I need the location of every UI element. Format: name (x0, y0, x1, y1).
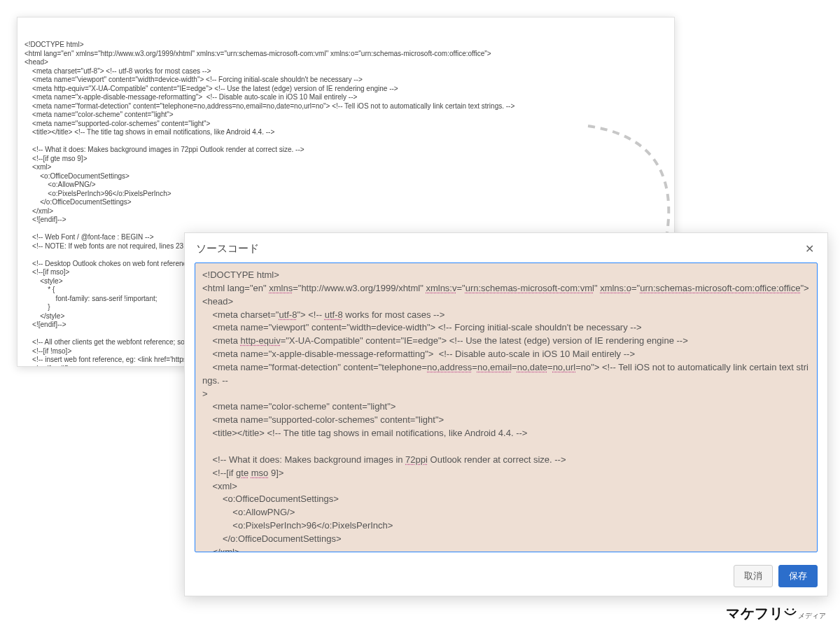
save-button[interactable]: 保存 (778, 565, 818, 587)
svg-point-1 (787, 608, 789, 610)
svg-point-2 (792, 608, 794, 610)
close-icon: ✕ (805, 242, 814, 255)
modal-footer: 取消 保存 (185, 558, 827, 596)
close-button[interactable]: ✕ (802, 241, 816, 255)
brand-sub-text: メディア (798, 611, 826, 621)
source-code-editor[interactable]: <!DOCTYPE html><html lang="en" xmlns="ht… (195, 262, 818, 552)
modal-title: ソースコード (196, 242, 259, 255)
modal-header: ソースコード ✕ (185, 233, 827, 262)
brand-swoosh-icon (784, 606, 797, 622)
modal-body: <!DOCTYPE html><html lang="en" xmlns="ht… (185, 262, 827, 558)
brand-main-text: マケフリ (726, 604, 797, 623)
brand-watermark: マケフリ メディア (726, 604, 826, 623)
cancel-button[interactable]: 取消 (734, 565, 773, 587)
source-code-modal: ソースコード ✕ <!DOCTYPE html><html lang="en" … (184, 232, 828, 596)
